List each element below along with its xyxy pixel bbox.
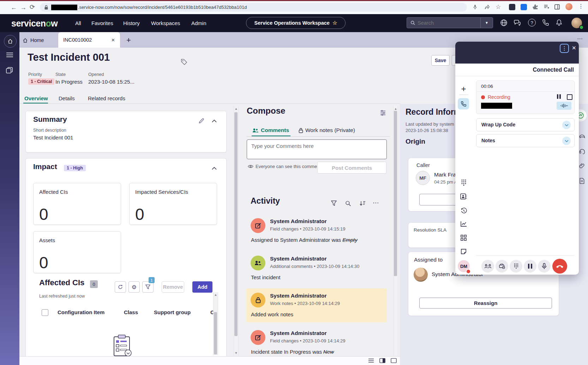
- compose-tab-worknotes[interactable]: Work notes (Private): [299, 127, 355, 133]
- rail-apps-icon[interactable]: [455, 235, 472, 241]
- view-split-icon[interactable]: [379, 358, 385, 363]
- rail-dialpad-icon[interactable]: [455, 179, 472, 186]
- address-bar[interactable]: .service-now.com/now/sow/record/incident…: [40, 3, 467, 12]
- nav-workspaces[interactable]: Workspaces: [151, 20, 180, 26]
- phone-menu-kebab-icon[interactable]: ⋮: [560, 44, 569, 53]
- favorite-star-icon[interactable]: ☆: [332, 20, 337, 26]
- activity-sort-icon[interactable]: [359, 201, 366, 206]
- park-call-button[interactable]: [496, 260, 508, 273]
- extensions-puzzle-icon[interactable]: [532, 4, 538, 10]
- bookmark-star-icon[interactable]: ☆: [496, 4, 501, 10]
- activity-entry-name[interactable]: System Administrator: [270, 330, 327, 336]
- notes-dropdown[interactable]: Notes: [476, 134, 575, 147]
- view-list-icon[interactable]: [368, 358, 374, 363]
- view-full-icon[interactable]: [391, 358, 397, 363]
- notifications-bell-icon[interactable]: [556, 19, 563, 26]
- browser-profile-avatar[interactable]: [565, 3, 572, 10]
- activity-entry-name[interactable]: System Administrator: [270, 293, 327, 299]
- nav-history[interactable]: History: [123, 20, 140, 26]
- rail-notes-icon[interactable]: [455, 249, 472, 255]
- context-icon-1[interactable]: [579, 133, 586, 138]
- search-input[interactable]: [415, 20, 480, 26]
- wrapup-dropdown[interactable]: Wrap Up Code: [476, 118, 575, 131]
- summary-collapse-icon[interactable]: [212, 119, 217, 122]
- phone-close-icon[interactable]: ✕: [572, 45, 576, 51]
- add-button[interactable]: Add: [192, 281, 212, 293]
- sidepanel-icon[interactable]: [554, 4, 560, 10]
- recording-pause-icon[interactable]: [557, 94, 561, 99]
- workspace-pill[interactable]: Service Operations Workspace ☆: [246, 17, 346, 29]
- mute-mic-button[interactable]: [538, 260, 551, 273]
- recording-stop-icon[interactable]: [567, 94, 572, 100]
- activity-entry-name[interactable]: System Administrator: [270, 218, 327, 225]
- sidebar-menu-icon[interactable]: [6, 52, 13, 58]
- reassign-button[interactable]: Reassign: [419, 298, 552, 309]
- browser-forward-button[interactable]: →: [20, 4, 26, 11]
- phone-add-icon[interactable]: +: [455, 84, 472, 94]
- globe-icon[interactable]: [500, 19, 508, 26]
- browser-reload-button[interactable]: ⟳: [30, 4, 35, 10]
- chevron-down-icon[interactable]: [562, 121, 571, 129]
- tile-assets[interactable]: Assets 0: [33, 231, 121, 273]
- chevron-down-icon[interactable]: [562, 137, 571, 145]
- phone-header-icon[interactable]: [542, 19, 549, 26]
- mic-permission-icon[interactable]: [472, 4, 478, 10]
- remove-button[interactable]: Remove: [162, 281, 184, 293]
- share-icon[interactable]: [484, 4, 490, 10]
- impact-collapse-icon[interactable]: [212, 167, 217, 170]
- search-dropdown-arrow[interactable]: ▼: [480, 18, 493, 28]
- extension-icon-1[interactable]: [509, 4, 515, 10]
- table-scrollbar[interactable]: ▲: [213, 292, 218, 355]
- activity-search-icon[interactable]: [345, 201, 351, 207]
- help-icon[interactable]: ?: [528, 19, 536, 26]
- compose-tab-comments[interactable]: Comments: [252, 127, 289, 133]
- nav-favorites[interactable]: Favorites: [91, 20, 113, 26]
- column-configuration-item[interactable]: Configuration Item: [58, 309, 104, 315]
- record-tab-overview[interactable]: Overview: [24, 95, 48, 101]
- dialpad-button[interactable]: [510, 260, 522, 273]
- global-search[interactable]: ▼: [407, 17, 493, 28]
- compose-settings-icon[interactable]: [380, 109, 386, 116]
- save-button[interactable]: Save: [431, 55, 450, 66]
- tab-incident[interactable]: INC0010002 ✕: [58, 32, 120, 48]
- new-tab-button[interactable]: +: [126, 36, 131, 45]
- context-icon-4[interactable]: [579, 178, 584, 184]
- transfer-call-button[interactable]: [481, 260, 494, 273]
- audio-waveform-button[interactable]: [557, 102, 571, 110]
- hold-call-button[interactable]: [524, 260, 536, 273]
- chat-icon[interactable]: [514, 19, 521, 26]
- extension-icon-2[interactable]: [521, 4, 527, 10]
- tile-impacted-services[interactable]: Impacted Services/CIs 0: [129, 183, 217, 225]
- tile-affected-cis[interactable]: Affected CIs 0: [33, 183, 121, 225]
- reading-list-icon[interactable]: [544, 4, 550, 9]
- browser-menu-icon[interactable]: ⋮: [578, 4, 584, 9]
- nav-admin[interactable]: Admin: [191, 20, 206, 26]
- column-support-group[interactable]: Support group: [154, 309, 191, 315]
- tab-overflow-icon[interactable]: ⋯: [577, 35, 583, 42]
- rail-chart-icon[interactable]: [455, 221, 472, 227]
- sidebar-queue-icon[interactable]: [6, 67, 13, 74]
- column-class[interactable]: Class: [124, 309, 138, 315]
- nav-all[interactable]: All: [75, 20, 81, 26]
- rail-history-icon[interactable]: [455, 208, 472, 214]
- browser-back-button[interactable]: ←: [11, 4, 17, 11]
- tag-icon[interactable]: [181, 59, 187, 65]
- comments-textarea[interactable]: [247, 139, 387, 159]
- post-comments-button[interactable]: Post Comments: [317, 162, 386, 174]
- select-all-checkbox[interactable]: [42, 309, 48, 316]
- context-icon-3[interactable]: [579, 163, 585, 169]
- activity-filter-icon[interactable]: [331, 201, 337, 206]
- sidebar-home-button[interactable]: [4, 35, 17, 48]
- activity-scrollbar[interactable]: ▲: [393, 106, 398, 356]
- tab-close-icon[interactable]: ✕: [111, 37, 115, 43]
- activity-entry-name[interactable]: System Administrator: [270, 256, 327, 262]
- servicenow-logo[interactable]: servicenow: [11, 18, 58, 29]
- record-tab-details[interactable]: Details: [59, 95, 75, 101]
- activity-more-icon[interactable]: ⋯: [373, 199, 379, 207]
- refresh-button[interactable]: [115, 281, 126, 293]
- end-call-button[interactable]: [552, 259, 567, 274]
- phone-call-tab-icon[interactable]: [458, 98, 469, 109]
- record-tab-related[interactable]: Related records: [88, 95, 125, 101]
- edit-pencil-icon[interactable]: [198, 118, 204, 124]
- rail-contacts-icon[interactable]: [455, 193, 472, 199]
